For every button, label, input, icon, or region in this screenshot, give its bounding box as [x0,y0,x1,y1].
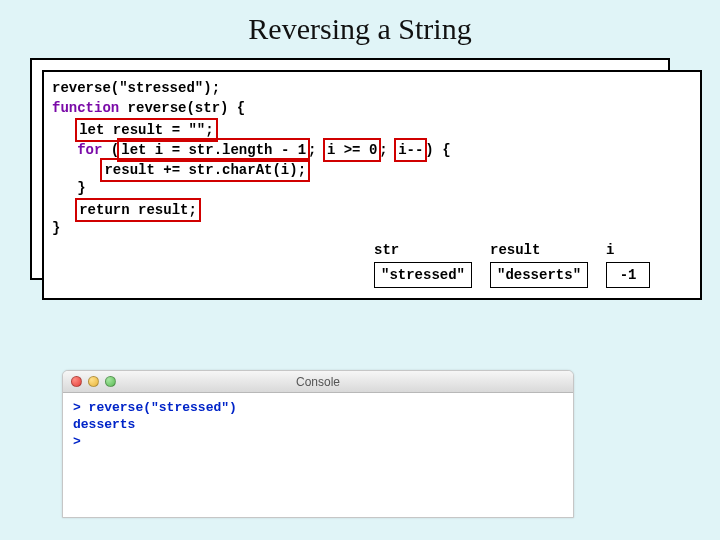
brace-close-inner: } [77,180,85,196]
code-line-for: for (let i = str.length - 1; i >= 0; i--… [52,138,692,158]
var-i-value: -1 [606,262,650,288]
console-line-2: desserts [73,416,563,433]
var-result-label: result [490,240,540,260]
var-str-value: "stressed" [374,262,472,288]
keyword-function: function [52,100,119,116]
code-line-brace2: } [52,218,692,238]
console-window: Console > reverse("stressed") desserts > [62,370,574,518]
var-result-value: "desserts" [490,262,588,288]
var-i: i -1 [606,240,650,288]
code-panel: reverse("stressed"); function reverse(st… [42,70,702,300]
console-call: reverse("stressed") [89,400,237,415]
code-line-let: let result = ""; [52,118,692,138]
code-line-fn: function reverse(str) { [52,98,692,118]
console-line-3: > [73,433,563,450]
keyword-for: for [77,142,102,158]
var-result: result "desserts" [490,240,588,288]
console-title: Console [63,375,573,389]
console-body[interactable]: > reverse("stressed") desserts > [63,393,573,456]
slide-title: Reversing a String [0,0,720,46]
console-line-1: > reverse("stressed") [73,399,563,416]
prompt-1: > [73,400,89,415]
console-titlebar: Console [63,371,573,393]
fn-signature: reverse(str) { [119,100,245,116]
variable-trace: str "stressed" result "desserts" i -1 [374,240,650,288]
code-line-return: return result; [52,198,692,218]
var-str-label: str [374,240,399,260]
var-str: str "stressed" [374,240,472,288]
code-line-brace1: } [52,178,692,198]
code-line-call: reverse("stressed"); [52,78,692,98]
var-i-label: i [606,240,614,260]
code-line-body: result += str.charAt(i); [52,158,692,178]
